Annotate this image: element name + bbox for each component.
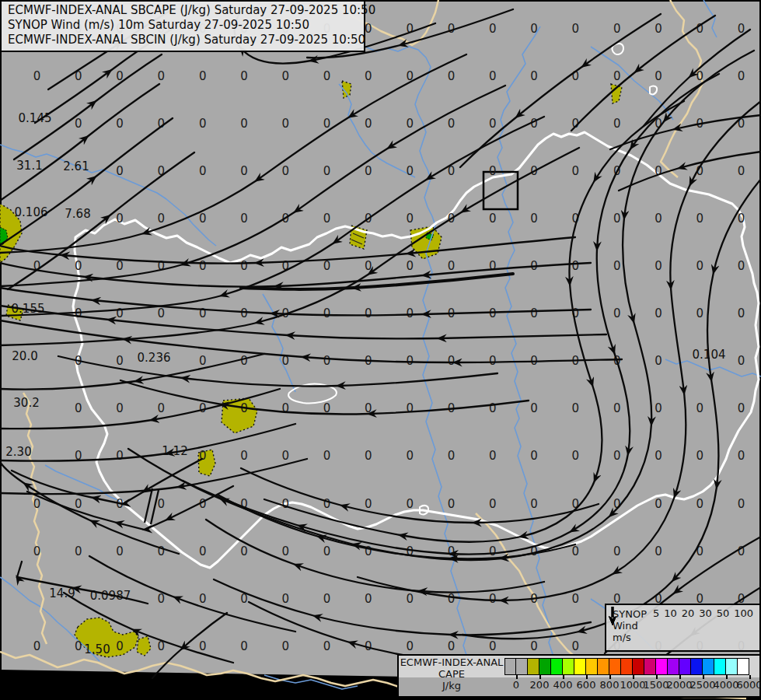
wind-speed-item: 5 [653,608,659,649]
cape-swatch [644,658,656,675]
cape-tick-label: 1000 [620,679,645,691]
cape-swatch [516,658,528,675]
wind-speed-label: 5 [653,608,659,619]
down-arrow-icon [606,605,619,625]
weather-map: 0000000000000000000000000000000000000000… [0,0,761,700]
cape-swatch [691,658,703,675]
streamlines-layer [0,0,761,700]
cape-swatch [539,658,551,675]
cape-legend-title: ECMWF-INDEX-ANAL [399,656,504,668]
cape-swatch [633,658,644,675]
cape-legend: ECMWF-INDEX-ANAL CAPE J/kg 0200400600800… [397,654,761,698]
cape-tick-label: 200 [530,679,550,691]
wind-speed-item: 50 [717,608,730,649]
cape-tick-label: 0 [513,679,519,691]
wind-speed-label: 50 [717,608,730,619]
wind-legend-items: 510203050100 [651,605,759,650]
cape-tick-label: 6000 [736,679,761,691]
wind-speed-label: 100 [734,608,753,619]
cape-swatch [679,658,691,675]
streamlines [0,9,761,678]
cape-swatch [563,658,574,675]
cape-swatch [598,658,609,675]
cape-legend-subtitle: CAPE [399,668,504,680]
cape-swatch [738,658,749,675]
bold-streamline [241,274,513,289]
cape-swatch [504,658,516,675]
wind-speed-item: 30 [699,608,712,649]
cape-tick-label: 1500 [643,679,668,691]
cape-tick-label: 600 [577,679,596,691]
cape-tick-label: 4000 [713,679,738,691]
wind-speed-label: 30 [699,608,712,619]
wind-speed-label: 10 [664,608,677,619]
cape-tick-label: 800 [600,679,620,691]
wind-speed-item: 10 [664,608,677,649]
kink-double-line [145,488,159,524]
wind-legend: SYNOP Wind m/s 510203050100 [605,604,761,652]
wind-speed-item: 20 [682,608,695,649]
wind-speed-item: 100 [734,608,753,649]
cape-tick-label: 2000 [666,679,692,691]
wind-legend-units: m/s [613,632,651,643]
cape-legend-titles: ECMWF-INDEX-ANAL CAPE J/kg [399,656,504,691]
cape-swatch [703,658,714,675]
cape-swatch [656,658,668,675]
title-line-sbcin: ECMWF-INDEX-ANAL SBCIN (J/kg) Saturday 2… [8,33,358,47]
cape-swatch [714,658,726,675]
title-line-sbcape: ECMWF-INDEX-ANAL SBCAPE (J/kg) Saturday … [8,3,358,18]
cape-swatch [528,658,539,675]
cape-tick-label: 2500 [689,679,715,691]
cape-swatch [621,658,633,675]
cape-swatch [726,658,738,675]
cape-swatch [586,658,598,675]
cape-swatch [551,658,563,675]
cape-legend-units: J/kg [399,680,504,691]
cape-swatch [609,658,621,675]
cape-colorbar [504,658,749,675]
cape-swatch [668,658,679,675]
wind-speed-label: 20 [682,608,695,619]
title-line-wind: SYNOP Wind (m/s) 10m Saturday 27-09-2025… [8,18,358,33]
cape-swatch [574,658,586,675]
cape-tick-label: 400 [553,679,573,691]
title-box: ECMWF-INDEX-ANAL SBCAPE (J/kg) Saturday … [0,0,365,52]
